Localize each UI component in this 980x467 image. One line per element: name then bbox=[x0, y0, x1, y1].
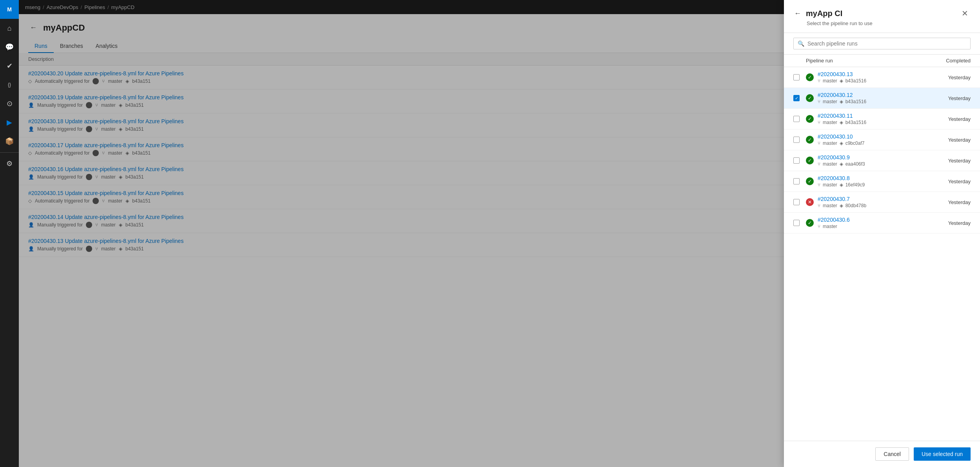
panel-run-number: #20200430.13 bbox=[818, 71, 931, 77]
panel-run-item[interactable]: ✓ #20200430.11 ⑂ master ◈ b43a1516 Yeste… bbox=[784, 109, 980, 130]
sidebar-icon-artifacts[interactable]: 📦 bbox=[0, 132, 19, 151]
sidebar-icon-chat[interactable]: 💬 bbox=[0, 38, 19, 57]
branch-icon: ⑂ bbox=[818, 140, 820, 146]
panel-run-completed: Yesterday bbox=[931, 95, 971, 101]
panel-run-meta: ⑂ master ◈ eaa406f3 bbox=[818, 161, 931, 167]
status-success-icon: ✓ bbox=[806, 157, 814, 164]
sidebar-icon-test[interactable]: ⊙ bbox=[0, 94, 19, 113]
run-checkbox-area bbox=[793, 137, 806, 143]
commit-icon: ◈ bbox=[840, 161, 843, 167]
panel-run-details: #20200430.11 ⑂ master ◈ b43a1516 bbox=[818, 113, 931, 125]
panel-run-completed: Yesterday bbox=[931, 220, 971, 226]
panel-run-status: ✓ bbox=[806, 177, 814, 185]
branch-name: master bbox=[823, 99, 837, 104]
branch-icon: ⑂ bbox=[818, 203, 820, 208]
branch-name: master bbox=[823, 140, 837, 146]
branch-icon: ⑂ bbox=[818, 161, 820, 167]
status-success-icon: ✓ bbox=[806, 73, 814, 81]
status-success-icon: ✓ bbox=[806, 115, 814, 123]
panel-run-info: ✓ #20200430.6 ⑂ master bbox=[806, 217, 931, 229]
status-success-icon: ✓ bbox=[806, 219, 814, 227]
panel-close-button[interactable]: ✕ bbox=[959, 8, 971, 19]
run-checkbox[interactable] bbox=[793, 157, 800, 164]
search-input[interactable] bbox=[807, 40, 966, 47]
panel-run-status: ✓ bbox=[806, 73, 814, 81]
cancel-button[interactable]: Cancel bbox=[875, 447, 909, 461]
run-checkbox-area bbox=[793, 157, 806, 164]
branch-icon: ⑂ bbox=[818, 224, 820, 229]
run-checkbox[interactable] bbox=[793, 137, 800, 143]
panel-run-status: ✓ bbox=[806, 219, 814, 227]
branch-icon: ⑂ bbox=[818, 182, 820, 188]
search-box: 🔍 bbox=[793, 38, 971, 49]
panel-run-details: #20200430.7 ⑂ master ◈ 80db478b bbox=[818, 196, 931, 208]
run-checkbox[interactable] bbox=[793, 199, 800, 205]
commit-icon: ◈ bbox=[840, 182, 843, 188]
panel-run-info: ✓ #20200430.10 ⑂ master ◈ c9bc0af7 bbox=[806, 133, 931, 146]
panel-run-item[interactable]: ✓ #20200430.8 ⑂ master ◈ 16ef49c9 Yester… bbox=[784, 171, 980, 192]
sidebar-icon-code[interactable]: {} bbox=[0, 75, 19, 94]
panel-table-header: Pipeline run Completed bbox=[784, 55, 980, 67]
panel-run-meta: ⑂ master ◈ c9bc0af7 bbox=[818, 140, 931, 146]
commit-hash: b43a1516 bbox=[845, 120, 866, 125]
panel-run-number: #20200430.11 bbox=[818, 113, 931, 119]
panel-run-meta: ⑂ master ◈ 16ef49c9 bbox=[818, 182, 931, 188]
branch-name: master bbox=[823, 161, 837, 167]
sidebar-icon-settings[interactable]: ⚙ bbox=[0, 154, 19, 173]
commit-icon: ◈ bbox=[840, 99, 843, 104]
branch-name: master bbox=[823, 182, 837, 188]
run-checkbox-area bbox=[793, 95, 806, 101]
commit-icon: ◈ bbox=[840, 120, 843, 125]
commit-icon: ◈ bbox=[840, 78, 843, 84]
branch-name: master bbox=[823, 203, 837, 208]
status-success-icon: ✓ bbox=[806, 177, 814, 185]
run-checkbox[interactable] bbox=[793, 116, 800, 122]
panel-run-completed: Yesterday bbox=[931, 137, 971, 143]
branch-icon: ⑂ bbox=[818, 99, 820, 104]
use-selected-run-button[interactable]: Use selected run bbox=[914, 447, 971, 461]
run-checkbox[interactable] bbox=[793, 220, 800, 226]
panel-col-run-header: Pipeline run bbox=[806, 58, 931, 64]
panel-run-meta: ⑂ master ◈ b43a1516 bbox=[818, 99, 931, 104]
sidebar-icon-work[interactable]: ✔ bbox=[0, 57, 19, 75]
panel-back-button[interactable]: ← bbox=[793, 9, 802, 18]
panel-run-item[interactable]: ✕ #20200430.7 ⑂ master ◈ 80db478b Yester… bbox=[784, 192, 980, 213]
commit-hash: eaa406f3 bbox=[845, 161, 865, 167]
panel-run-completed: Yesterday bbox=[931, 199, 971, 205]
run-checkbox-area bbox=[793, 178, 806, 184]
panel-run-completed: Yesterday bbox=[931, 116, 971, 122]
commit-hash: b43a1516 bbox=[845, 78, 866, 84]
run-checkbox[interactable] bbox=[793, 178, 800, 184]
panel-run-number: #20200430.10 bbox=[818, 133, 931, 140]
run-checkbox[interactable] bbox=[793, 95, 800, 101]
panel-run-status: ✓ bbox=[806, 136, 814, 144]
sidebar-icon-pipelines[interactable]: ▶ bbox=[0, 113, 19, 132]
panel-run-number: #20200430.9 bbox=[818, 154, 931, 161]
sidebar-icon-home[interactable]: ⌂ bbox=[0, 19, 19, 38]
panel-run-details: #20200430.12 ⑂ master ◈ b43a1516 bbox=[818, 92, 931, 104]
panel-runs-list: ✓ #20200430.13 ⑂ master ◈ b43a1516 Yeste… bbox=[784, 67, 980, 441]
main-content: mseng / AzureDevOps / Pipelines / myAppC… bbox=[19, 0, 980, 467]
panel-run-number: #20200430.6 bbox=[818, 217, 931, 223]
panel-run-item[interactable]: ✓ #20200430.13 ⑂ master ◈ b43a1516 Yeste… bbox=[784, 67, 980, 88]
panel-run-status: ✕ bbox=[806, 198, 814, 206]
panel-footer: Cancel Use selected run bbox=[784, 441, 980, 467]
panel-run-item[interactable]: ✓ #20200430.12 ⑂ master ◈ b43a1516 Yeste… bbox=[784, 88, 980, 109]
panel-run-item[interactable]: ✓ #20200430.9 ⑂ master ◈ eaa406f3 Yester… bbox=[784, 150, 980, 171]
panel-run-info: ✕ #20200430.7 ⑂ master ◈ 80db478b bbox=[806, 196, 931, 208]
panel-run-status: ✓ bbox=[806, 94, 814, 102]
sidebar-divider bbox=[0, 152, 19, 153]
run-checkbox[interactable] bbox=[793, 74, 800, 80]
panel-run-info: ✓ #20200430.12 ⑂ master ◈ b43a1516 bbox=[806, 92, 931, 104]
panel-run-meta: ⑂ master ◈ b43a1516 bbox=[818, 78, 931, 84]
panel-run-number: #20200430.7 bbox=[818, 196, 931, 202]
panel-run-details: #20200430.8 ⑂ master ◈ 16ef49c9 bbox=[818, 175, 931, 188]
panel-subtitle: Select the pipeline run to use bbox=[793, 20, 971, 26]
branch-name: master bbox=[823, 120, 837, 125]
branch-name: master bbox=[823, 224, 837, 229]
panel-run-item[interactable]: ✓ #20200430.10 ⑂ master ◈ c9bc0af7 Yeste… bbox=[784, 130, 980, 150]
panel-run-details: #20200430.13 ⑂ master ◈ b43a1516 bbox=[818, 71, 931, 84]
panel-run-item[interactable]: ✓ #20200430.6 ⑂ master Yesterday bbox=[784, 213, 980, 234]
branch-name: master bbox=[823, 78, 837, 84]
commit-hash: 80db478b bbox=[845, 203, 866, 208]
